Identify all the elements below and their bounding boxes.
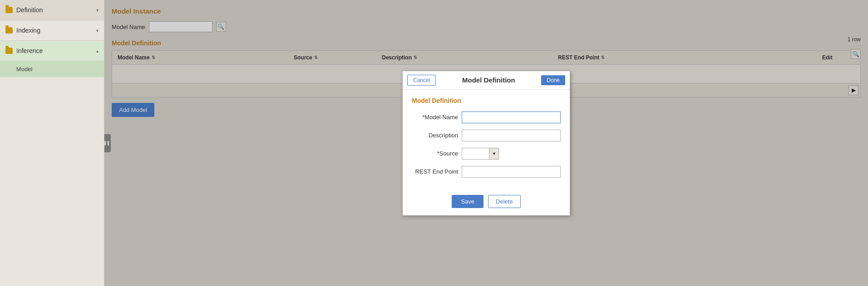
form-row-rest-end-point: REST End Point (412, 166, 561, 178)
form-row-model-name: *Model Name (412, 111, 561, 123)
sidebar-item-indexing[interactable]: Indexing ▾ (0, 20, 104, 41)
done-button[interactable]: Done (541, 75, 565, 85)
sidebar-subitem-model[interactable]: Model (0, 61, 104, 77)
rest-end-point-input[interactable] (462, 166, 561, 178)
modal-overlay: Cancel Model Definition Done Model Defin… (104, 0, 868, 286)
modal-footer: Save Delete (403, 193, 570, 215)
sidebar: Definition ▾ Indexing ▾ Inference ▴ Mode… (0, 0, 104, 286)
sidebar-item-definition[interactable]: Definition ▾ (0, 0, 104, 20)
source-label: *Source (412, 150, 462, 157)
sidebar-item-indexing-label: Indexing (16, 27, 40, 34)
folder-icon (5, 7, 13, 13)
modal-title: Model Definition (462, 76, 515, 84)
folder-icon (5, 48, 13, 54)
main-content: Model Instance Model Name 🔍 Model Defini… (104, 0, 868, 286)
rest-end-point-label: REST End Point (412, 168, 462, 175)
form-row-description: Description (412, 130, 561, 141)
source-dropdown-button[interactable]: ▾ (489, 148, 499, 160)
chevron-down-icon: ▾ (96, 28, 99, 33)
form-row-source: *Source ▾ (412, 148, 561, 160)
model-name-label: *Model Name (412, 114, 462, 121)
source-select-container: ▾ (462, 148, 499, 160)
sidebar-subitem-model-label: Model (16, 66, 32, 73)
delete-button[interactable]: Delete (488, 195, 521, 208)
modal-section-title: Model Definition (412, 97, 561, 104)
chevron-up-icon: ▴ (96, 48, 99, 53)
save-button[interactable]: Save (452, 195, 483, 208)
dropdown-arrow-icon: ▾ (493, 151, 495, 156)
sidebar-item-definition-label: Definition (16, 6, 43, 14)
sidebar-item-inference-label: Inference (16, 47, 43, 54)
chevron-down-icon: ▾ (96, 8, 99, 13)
modal-body: Model Definition *Model Name Description… (403, 90, 570, 193)
cancel-button[interactable]: Cancel (407, 75, 436, 86)
modal-header: Cancel Model Definition Done (403, 71, 570, 90)
source-input[interactable] (462, 148, 489, 160)
description-label: Description (412, 132, 462, 139)
modal-dialog: Cancel Model Definition Done Model Defin… (402, 71, 570, 216)
description-input[interactable] (462, 130, 561, 141)
model-name-input[interactable] (462, 111, 561, 123)
sidebar-item-inference[interactable]: Inference ▴ (0, 41, 104, 61)
folder-icon (5, 27, 13, 34)
